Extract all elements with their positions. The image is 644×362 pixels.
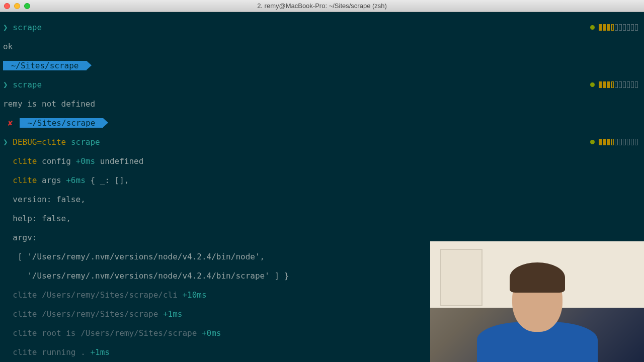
prompt-line: ❯ scrape xyxy=(3,23,641,32)
debug-line: clite config +0ms undefined xyxy=(3,156,641,166)
webcam-overlay xyxy=(430,241,644,362)
window-titlebar: 2. remy@MacBook-Pro: ~/Sites/scrape (zsh… xyxy=(0,0,644,12)
command-text: scrape xyxy=(13,23,42,32)
debug-line: clite args +6ms { _: [], xyxy=(3,175,641,185)
command-text: scrape xyxy=(13,80,42,89)
debug-line: help: false, xyxy=(3,214,641,223)
status-dot-icon xyxy=(590,25,595,30)
status-indicator xyxy=(590,80,638,89)
prompt-line: ❯ scrape xyxy=(3,80,641,89)
error-mark-icon: ✘ xyxy=(8,118,13,128)
prompt-symbol: ❯ xyxy=(3,137,8,147)
status-dot-icon xyxy=(590,140,595,144)
path-line-error: ✘ ~/Sites/scrape xyxy=(3,118,641,128)
command-text: scrape xyxy=(71,137,100,147)
status-indicator xyxy=(590,137,638,147)
path-line: ~/Sites/scrape xyxy=(3,61,641,70)
status-dot-icon xyxy=(590,82,595,87)
debug-line: version: false, xyxy=(3,195,641,204)
prompt-line: ❯ DEBUG=clite scrape xyxy=(3,137,641,147)
prompt-symbol: ❯ xyxy=(3,80,8,89)
path-badge: ~/Sites/scrape xyxy=(3,61,87,70)
status-indicator xyxy=(590,23,638,32)
output-line: ok xyxy=(3,42,641,51)
battery-icon xyxy=(599,81,638,88)
person-silhouette xyxy=(487,261,588,362)
env-var: DEBUG=clite xyxy=(13,137,71,147)
window-title: 2. remy@MacBook-Pro: ~/Sites/scrape (zsh… xyxy=(257,1,387,11)
close-icon[interactable] xyxy=(4,3,10,9)
minimize-icon[interactable] xyxy=(14,3,20,9)
error-line: remy is not defined xyxy=(3,99,641,109)
battery-icon xyxy=(599,139,638,145)
path-badge: ~/Sites/scrape xyxy=(20,118,103,128)
zoom-icon[interactable] xyxy=(24,3,30,9)
traffic-lights xyxy=(4,3,30,9)
battery-icon xyxy=(599,24,638,31)
prompt-symbol: ❯ xyxy=(3,23,8,32)
